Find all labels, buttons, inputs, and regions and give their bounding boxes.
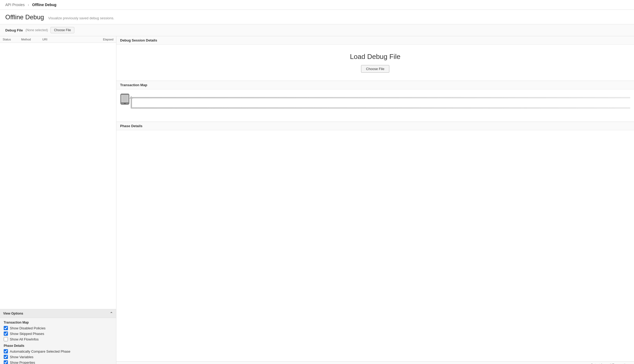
flow-line-top <box>131 97 630 98</box>
debug-file-none: (None selected) <box>25 28 48 32</box>
view-options-collapse-icon: ⌃ <box>110 311 113 316</box>
checkbox-show-disabled-input[interactable] <box>4 326 8 330</box>
breadcrumb-separator: › <box>28 3 29 7</box>
checkbox-auto-compare-input[interactable] <box>4 349 8 353</box>
transaction-map-header: Transaction Map <box>116 81 634 89</box>
right-panel: Debug Session Details Load Debug File Ch… <box>116 36 634 364</box>
view-options-title: View Options <box>3 312 23 315</box>
phase-details-body <box>116 130 634 361</box>
left-panel: Status Method URI Elapsed View Options ⌃… <box>0 36 116 364</box>
checkbox-show-variables-label[interactable]: Show Variables <box>10 355 33 359</box>
col-elapsed: Elapsed <box>95 36 116 43</box>
bottom-bar: Output from all Transactions <box>116 361 634 364</box>
page-header: Offline Debug Visualize previously saved… <box>0 10 634 24</box>
view-options-body: Transaction Map Show Disabled Policies S… <box>0 318 116 364</box>
col-method: Method <box>19 36 40 43</box>
page-subtitle: Visualize previously saved debug session… <box>48 16 114 20</box>
transaction-table: Status Method URI Elapsed <box>0 36 116 173</box>
checkbox-show-disabled-label[interactable]: Show Disabled Policies <box>10 326 45 330</box>
flow-arrow-vertical <box>131 98 132 108</box>
phase-details-section: Phase Details <box>116 122 634 361</box>
transaction-map-body <box>116 89 634 122</box>
checkbox-show-flowinfos-label[interactable]: Show All FlowInfos <box>10 337 39 341</box>
view-options-panel: View Options ⌃ Transaction Map Show Disa… <box>0 309 116 364</box>
transaction-map-section: Transaction Map <box>116 81 634 122</box>
breadcrumb-parent[interactable]: API Proxies <box>5 3 25 7</box>
main-layout: Status Method URI Elapsed View Options ⌃… <box>0 36 634 364</box>
checkbox-show-flowinfos: Show All FlowInfos <box>4 337 112 341</box>
arrow-head <box>129 96 133 99</box>
page-title: Offline Debug <box>5 13 44 21</box>
checkbox-auto-compare: Automatically Compare Selected Phase <box>4 349 112 353</box>
checkbox-auto-compare-label[interactable]: Automatically Compare Selected Phase <box>10 349 70 353</box>
left-scroll-area <box>0 173 116 309</box>
checkbox-show-skipped-label[interactable]: Show Skipped Phases <box>10 332 44 336</box>
checkbox-show-variables-input[interactable] <box>4 355 8 359</box>
load-debug-title: Load Debug File <box>350 53 400 61</box>
col-status: Status <box>0 36 19 43</box>
phase-details-header: Phase Details <box>116 122 634 130</box>
checkbox-show-skipped-input[interactable] <box>4 331 8 336</box>
checkbox-show-properties-label[interactable]: Show Properties <box>10 361 35 364</box>
checkbox-show-properties: Show Properties <box>4 360 112 364</box>
debug-file-bar: Debug File (None selected) Choose File <box>0 24 634 36</box>
debug-session-header: Debug Session Details <box>116 36 634 45</box>
checkbox-show-variables: Show Variables <box>4 355 112 359</box>
checkbox-show-flowinfos-input[interactable] <box>4 337 8 341</box>
choose-file-button-top[interactable]: Choose File <box>51 27 74 33</box>
phase-details-divider: Phase Details <box>4 344 112 348</box>
breadcrumb-current: Offline Debug <box>32 3 57 7</box>
flow-line-bottom <box>131 107 630 109</box>
view-options-header[interactable]: View Options ⌃ <box>0 309 116 318</box>
phone-icon <box>120 94 130 105</box>
col-uri: URI <box>40 36 95 43</box>
svg-rect-2 <box>124 103 126 104</box>
checkbox-show-disabled: Show Disabled Policies <box>4 326 112 330</box>
breadcrumb: API Proxies › Offline Debug <box>0 0 634 10</box>
transaction-map-section-title: Transaction Map <box>4 321 112 324</box>
checkbox-show-properties-input[interactable] <box>4 360 8 364</box>
debug-file-label: Debug File <box>5 28 23 32</box>
choose-file-button-main[interactable]: Choose File <box>361 65 389 73</box>
debug-session-details: Debug Session Details Load Debug File Ch… <box>116 36 634 81</box>
phase-details-section-title: Phase Details <box>4 344 112 348</box>
load-debug-file-area: Load Debug File Choose File <box>116 45 634 81</box>
checkbox-show-skipped: Show Skipped Phases <box>4 331 112 336</box>
